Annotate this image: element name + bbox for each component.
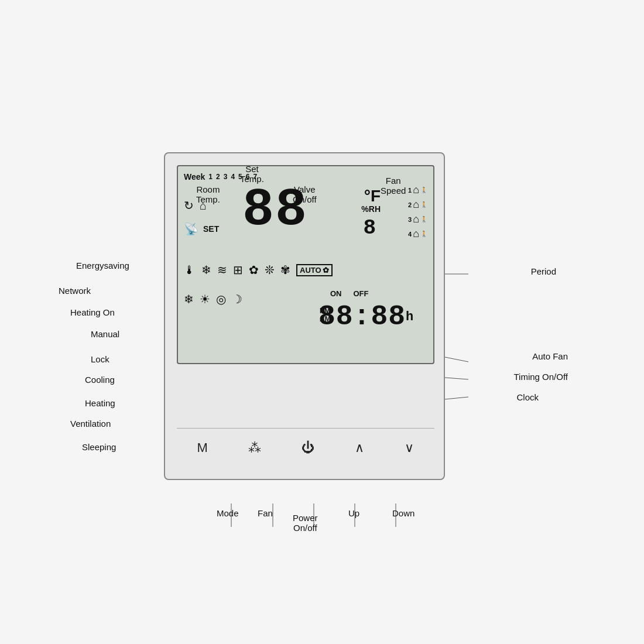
hot-wave-icon: ≋ — [217, 263, 227, 277]
label-timing: Timing On/Off — [513, 372, 568, 382]
fan3-icon: ✾ — [280, 263, 290, 277]
label-mode: Mode — [217, 508, 239, 518]
label-cooling: Cooling — [85, 375, 115, 385]
small-digit: 8 — [363, 216, 376, 240]
period-3: 3⌂🚶 — [408, 213, 427, 225]
label-lock: Lock — [91, 354, 109, 364]
label-fan: Fan — [258, 508, 273, 518]
down-button[interactable]: ∨ — [405, 440, 414, 455]
label-clock-right: Clock — [516, 392, 539, 402]
label-set-temp: Set Temp. — [240, 164, 264, 184]
mode-button[interactable]: M — [197, 440, 208, 455]
period-1: 1⌂🚶 — [408, 184, 427, 196]
set-label: SET — [203, 224, 219, 234]
energysaving-icon: ↻ — [184, 198, 194, 213]
label-room-temp: Room Temp. — [196, 184, 220, 204]
fan2-icon: ❊ — [265, 263, 275, 277]
sun-icon: ☀ — [200, 292, 210, 306]
clock-h-label: h — [406, 310, 414, 324]
icons-row2: 🌡 ❄ ≋ ⊞ ✿ ❊ ✾ AUTO ✿ — [184, 263, 333, 277]
label-energysaving: Energysaving — [76, 261, 129, 270]
day-2: 2 — [216, 173, 220, 181]
on-off-row: ON OFF — [330, 289, 369, 298]
fan1-icon: ✿ — [249, 263, 259, 277]
degree-unit: °F — [364, 187, 381, 205]
off-label: OFF — [354, 289, 369, 298]
icons-row3: ❄ ☀ ◎ ☽ — [184, 292, 242, 306]
buttons-row: M ⁂ ⏻ ∧ ∨ — [177, 428, 434, 455]
day-1: 1 — [208, 173, 213, 181]
period-2: 2⌂🚶 — [408, 198, 427, 211]
label-down: Down — [392, 508, 415, 518]
label-fan-speed: Fan Speed — [381, 176, 406, 196]
sleeping-icon: ☽ — [232, 292, 242, 306]
label-auto-fan: Auto Fan — [532, 351, 568, 361]
label-sleeping: Sleeping — [82, 442, 116, 452]
set-row: 📡 SET — [184, 222, 219, 236]
clock-digits: 88:88 — [318, 301, 406, 333]
week-label: Week — [184, 172, 205, 181]
day-3: 3 — [224, 173, 228, 181]
svg-line-15 — [445, 378, 468, 379]
label-up: Up — [348, 508, 359, 518]
label-period: Period — [531, 266, 556, 276]
label-valve: Valve On/off — [293, 184, 317, 204]
label-heating: Heating — [85, 398, 115, 408]
day-4: 4 — [231, 173, 235, 181]
label-heating-on: Heating On — [70, 307, 115, 317]
network-icon: 📡 — [184, 222, 198, 236]
on-label: ON — [330, 289, 342, 298]
label-network: Network — [59, 286, 91, 296]
auto-box: AUTO ✿ — [296, 264, 333, 276]
period-icons: 1⌂🚶 2⌂🚶 3⌂🚶 4⌂🚶 — [408, 184, 427, 240]
label-power: Power On/off — [293, 513, 318, 533]
heat-mode-icon: 🌡 — [184, 263, 196, 277]
label-ventilation: Ventilation — [70, 419, 111, 429]
snowflake-icon: ❄ — [184, 292, 194, 306]
clock-display: 88:88h — [318, 301, 414, 333]
svg-line-14 — [445, 357, 468, 362]
svg-line-16 — [445, 397, 468, 399]
up-button[interactable]: ∧ — [355, 440, 364, 455]
period-4: 4⌂🚶 — [408, 228, 427, 240]
fan-button[interactable]: ⁂ — [248, 440, 261, 455]
auto-label: AUTO — [300, 266, 321, 275]
valve-icon: ⊞ — [233, 263, 243, 277]
label-manual: Manual — [91, 329, 119, 339]
heating-icon: ❄ — [201, 263, 211, 277]
rh-label: %RH — [361, 204, 381, 214]
auto-fan-icon: ✿ — [323, 266, 329, 275]
ventilation-icon: ◎ — [216, 292, 226, 306]
power-button[interactable]: ⏻ — [302, 440, 314, 455]
